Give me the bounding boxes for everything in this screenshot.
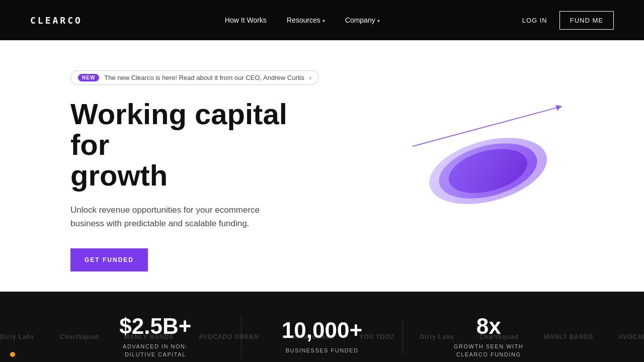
arrow-head-icon bbox=[555, 104, 563, 111]
hero-section: NEW The new Clearco is here! Read about … bbox=[0, 40, 644, 292]
stat-growth: 8x GROWTH SEEN WITH CLEARCO FUNDING bbox=[403, 315, 574, 359]
stat-number-capital: $2.5B+ bbox=[110, 315, 201, 337]
navbar: CLEARCO How It Works Resources▾ Company▾… bbox=[0, 0, 644, 40]
get-funded-button[interactable]: GET FUNDED bbox=[70, 248, 148, 272]
stat-businesses: 10,000+ BUSINESSES FUNDED bbox=[242, 319, 403, 355]
nav-links: How It Works Resources▾ Company▾ bbox=[225, 16, 380, 25]
announcement-badge[interactable]: NEW The new Clearco is here! Read about … bbox=[70, 70, 319, 85]
hero-title: Working capital for growth bbox=[70, 99, 332, 191]
stats-section: Dirty LabsChartSquadMANLY BANDSAVOCADO G… bbox=[0, 292, 644, 362]
stat-number-businesses: 10,000+ bbox=[282, 319, 362, 341]
dot-indicator bbox=[10, 352, 15, 357]
nav-item-how-it-works[interactable]: How It Works bbox=[225, 16, 267, 25]
badge-arrow-icon: › bbox=[309, 74, 311, 81]
stats-content: $2.5B+ ADVANCED IN NON-DILUTIVE CAPITAL … bbox=[0, 315, 644, 359]
chevron-down-icon: ▾ bbox=[323, 18, 325, 24]
nav-link-company[interactable]: Company▾ bbox=[345, 16, 380, 24]
stat-label-businesses: BUSINESSES FUNDED bbox=[282, 346, 362, 355]
stat-label-capital: ADVANCED IN NON-DILUTIVE CAPITAL bbox=[110, 342, 201, 359]
fund-me-button[interactable]: FUND ME bbox=[559, 11, 614, 30]
nav-actions: LOG IN FUND ME bbox=[522, 11, 614, 30]
nav-item-resources[interactable]: Resources▾ bbox=[287, 16, 325, 25]
orbit-animation bbox=[418, 106, 558, 236]
hero-content: NEW The new Clearco is here! Read about … bbox=[70, 70, 332, 272]
badge-text: The new Clearco is here! Read about it f… bbox=[104, 74, 304, 81]
nav-item-company[interactable]: Company▾ bbox=[345, 16, 380, 25]
hero-graphic bbox=[362, 96, 614, 246]
stat-capital: $2.5B+ ADVANCED IN NON-DILUTIVE CAPITAL bbox=[70, 315, 242, 359]
nav-link-resources[interactable]: Resources▾ bbox=[287, 16, 325, 24]
login-button[interactable]: LOG IN bbox=[522, 17, 547, 24]
nav-link-how-it-works[interactable]: How It Works bbox=[225, 16, 267, 24]
new-label: NEW bbox=[78, 74, 99, 81]
logo: CLEARCO bbox=[30, 15, 83, 26]
stat-number-growth: 8x bbox=[443, 315, 534, 337]
hero-subtitle: Unlock revenue opportunities for your ec… bbox=[70, 203, 272, 230]
stat-label-growth: GROWTH SEEN WITH CLEARCO FUNDING bbox=[443, 342, 534, 359]
chevron-down-icon: ▾ bbox=[377, 18, 380, 24]
